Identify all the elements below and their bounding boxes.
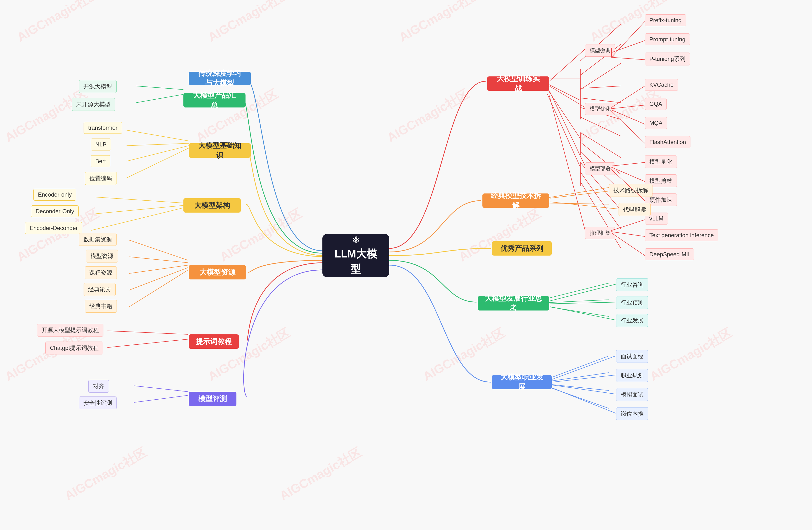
node-prompts[interactable]: 提示词教程 xyxy=(189,334,239,349)
leaf-mock-interview: 模拟面试 xyxy=(616,388,648,401)
svg-line-55 xyxy=(611,105,645,109)
svg-line-11 xyxy=(129,265,188,273)
svg-line-8 xyxy=(91,208,184,230)
svg-line-23 xyxy=(547,84,580,100)
leaf-mqa: MQA xyxy=(645,117,667,129)
svg-line-10 xyxy=(129,257,188,263)
leaf-code-reading: 代码解读 xyxy=(619,203,651,216)
leaf-closed-models: 未开源大模型 xyxy=(72,98,115,111)
center-label-line2: 型 xyxy=(351,262,361,276)
svg-line-26 xyxy=(580,98,621,103)
svg-line-72 xyxy=(552,375,616,382)
svg-line-15 xyxy=(107,339,188,347)
svg-line-67 xyxy=(550,202,618,209)
svg-line-9 xyxy=(129,240,188,260)
leaf-decoder-only: Deconder-Only xyxy=(31,205,78,217)
svg-line-65 xyxy=(611,233,645,256)
svg-line-64 xyxy=(611,232,645,237)
svg-line-14 xyxy=(107,331,188,334)
svg-line-28 xyxy=(580,117,621,136)
node-industry[interactable]: 大模型发展行业思考 xyxy=(478,296,549,311)
node-classic[interactable]: 经典模型技术拆解 xyxy=(482,194,549,208)
leaf-p-tuning: P-tuniong系列 xyxy=(645,53,690,66)
node-products-series[interactable]: 优秀产品系列 xyxy=(492,241,552,256)
leaf-encoder-only: Encoder-only xyxy=(33,189,76,201)
leaf-open-prompt-tutorial: 开源大模型提示词教程 xyxy=(37,324,103,336)
leaf-gqa: GQA xyxy=(645,98,667,110)
svg-line-51 xyxy=(611,57,645,60)
center-node: ⚛ LLM大模 型 xyxy=(322,234,389,277)
svg-line-5 xyxy=(127,148,189,178)
leaf-model-resource: 模型资源 xyxy=(86,249,118,262)
leaf-classic-paper: 经典论文 xyxy=(84,283,116,296)
leaf-encoder-decoder: Encoder-Deconder xyxy=(25,222,82,234)
svg-line-54 xyxy=(611,86,645,108)
leaf-tech-route: 技术路线拆解 xyxy=(609,184,652,197)
node-resources[interactable]: 大模型资源 xyxy=(189,265,246,280)
svg-line-3 xyxy=(127,143,189,146)
leaf-prompt-tuning: Prompt-tuning xyxy=(645,33,690,45)
svg-line-58 xyxy=(549,91,585,166)
svg-line-52 xyxy=(549,49,585,81)
leaf-interview-exp: 面试面经 xyxy=(616,350,648,363)
svg-line-29 xyxy=(547,88,580,139)
svg-line-66 xyxy=(550,191,609,198)
node-architecture[interactable]: 大模型架构 xyxy=(184,198,241,213)
svg-line-49 xyxy=(611,22,645,57)
leaf-career-planning: 职业规划 xyxy=(616,369,648,382)
leaf-group-optimization: 模型优化 xyxy=(585,103,615,115)
node-career[interactable]: 大模型职业发展 xyxy=(492,375,552,389)
node-traditional[interactable]: 传统深度学习与大模型 xyxy=(189,72,251,85)
svg-line-34 xyxy=(547,93,580,167)
node-training[interactable]: 大模型训练实战 xyxy=(487,76,549,91)
svg-line-40 xyxy=(545,203,609,204)
svg-line-70 xyxy=(550,307,616,320)
svg-line-22 xyxy=(580,63,621,89)
leaf-kvcache: KVCache xyxy=(645,79,678,91)
leaf-flashattention: FlashAttention xyxy=(645,136,691,148)
leaf-safety-eval: 安全性评测 xyxy=(79,397,117,410)
leaf-prefix-tuning: Prefix-tuning xyxy=(645,14,686,26)
svg-line-25 xyxy=(580,86,621,88)
svg-line-39 xyxy=(545,187,609,198)
svg-line-43 xyxy=(542,306,609,316)
leaf-bert: Bert xyxy=(91,155,110,167)
svg-line-62 xyxy=(549,96,585,230)
leaf-group-inference: 推理框架 xyxy=(585,227,615,239)
svg-line-42 xyxy=(542,300,609,303)
svg-line-17 xyxy=(134,395,188,402)
svg-line-12 xyxy=(129,268,188,290)
svg-line-69 xyxy=(550,302,616,304)
node-products[interactable]: 大模型产品汇总 xyxy=(184,93,246,108)
leaf-chatgpt-prompt: Chatgpt提示词教程 xyxy=(45,342,103,355)
leaf-position-encoding: 位置编码 xyxy=(85,172,117,185)
leaf-industry-consulting: 行业咨询 xyxy=(616,278,648,291)
node-basics[interactable]: 大模型基础知识 xyxy=(189,143,251,158)
svg-line-16 xyxy=(134,386,188,392)
leaf-dataset: 数据集资源 xyxy=(79,233,117,246)
svg-line-47 xyxy=(552,388,609,409)
svg-line-41 xyxy=(542,283,609,300)
svg-line-74 xyxy=(552,388,616,413)
svg-line-13 xyxy=(129,270,188,307)
svg-line-56 xyxy=(611,110,645,124)
leaf-course-resource: 课程资源 xyxy=(85,266,117,279)
leaf-group-deployment: 模型部署 xyxy=(585,162,615,175)
svg-line-73 xyxy=(552,385,616,394)
center-icon: ⚛ xyxy=(352,235,360,245)
svg-line-59 xyxy=(611,162,645,166)
svg-line-57 xyxy=(611,111,645,143)
leaf-quantization: 模型量化 xyxy=(645,155,677,168)
svg-line-2 xyxy=(127,130,189,141)
node-evaluation[interactable]: 模型评测 xyxy=(189,392,236,406)
svg-line-53 xyxy=(549,86,585,108)
leaf-job-referral: 岗位内推 xyxy=(616,407,648,420)
leaf-nlp: NLP xyxy=(91,139,111,151)
svg-line-45 xyxy=(552,373,609,381)
svg-line-0 xyxy=(136,86,184,89)
svg-line-68 xyxy=(550,284,616,301)
leaf-industry-development: 行业发展 xyxy=(616,314,648,327)
leaf-open-models: 开源大模型 xyxy=(79,80,117,93)
leaf-transformer: transformer xyxy=(84,122,122,134)
svg-line-37 xyxy=(580,172,621,229)
